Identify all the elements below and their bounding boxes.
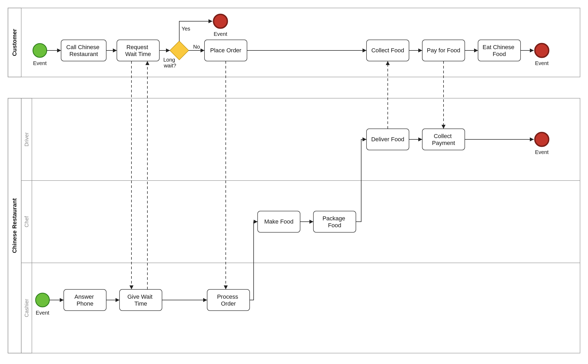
task-package-food-l2: Food [328, 222, 341, 229]
task-place-order-label: Place Order [210, 47, 241, 54]
pool-customer-title: Customer [11, 29, 18, 56]
svg-rect-21 [478, 40, 521, 61]
end-event-customer-abort[interactable]: Event [214, 14, 227, 37]
flow-process-to-make [250, 222, 258, 300]
task-deliver-food-label: Deliver Food [371, 136, 404, 143]
lane-driver-title: Driver [24, 132, 29, 147]
gateway-long-wait-l1: Long [163, 57, 175, 63]
pool-restaurant-title: Chinese Restaurant [11, 198, 18, 253]
task-call-restaurant-label-2: Restaurant [69, 51, 98, 57]
task-package-food[interactable]: Package Food Package Food [313, 211, 356, 232]
task-eat-food[interactable]: Eat Chinese Food Eat Chinese Food [478, 40, 521, 61]
svg-point-17 [214, 14, 227, 28]
svg-rect-41 [207, 289, 250, 311]
svg-rect-38 [120, 289, 162, 311]
svg-point-24 [535, 44, 549, 57]
task-process-order[interactable]: Process Order Process Order [207, 289, 250, 311]
svg-text:Answer
      Phone: Answer Phone [74, 293, 95, 307]
task-pay-food[interactable]: Pay for Food [422, 40, 465, 61]
task-place-order[interactable]: Place Order [204, 40, 247, 61]
task-answer-phone[interactable]: Answer Phone Answer Phone [64, 289, 106, 311]
task-eat-food-l2: Food [493, 51, 506, 57]
svg-text:Long
      wait?: Long wait? [163, 57, 177, 68]
svg-rect-8 [61, 40, 106, 61]
task-deliver-food[interactable]: Deliver Food [367, 129, 409, 150]
task-give-wait-l2: Time [134, 300, 147, 307]
lane-chef-title: Chef [24, 216, 29, 227]
svg-text:Collect
      Payment: Collect Payment [432, 133, 455, 146]
task-package-food-l1: Package [322, 215, 345, 222]
end-event-driver[interactable]: Event [535, 132, 549, 155]
task-collect-food-label: Collect Food [371, 47, 404, 54]
lane-cashier-title: Cashier [24, 299, 29, 317]
task-collect-food[interactable]: Collect Food [367, 40, 409, 61]
start-event-cashier[interactable]: Event [36, 293, 49, 316]
svg-point-7 [33, 44, 47, 57]
start-event-customer[interactable]: Event [33, 44, 47, 66]
task-collect-payment-l2: Payment [432, 140, 455, 146]
svg-rect-11 [117, 40, 159, 61]
task-give-wait[interactable]: Give Wait Time Give Wait Time [120, 289, 162, 311]
svg-rect-35 [64, 289, 106, 311]
svg-rect-26 [422, 129, 465, 150]
task-pay-food-label: Pay for Food [427, 47, 460, 54]
end-event-done-label: Event [535, 60, 549, 66]
task-answer-phone-l1: Answer [74, 293, 94, 300]
task-process-order-l1: Process [217, 293, 238, 300]
task-make-food[interactable]: Make Food [258, 211, 300, 232]
bpmn-diagram: Customer Chinese Restaurant Driver Chef … [0, 0, 588, 364]
svg-point-29 [535, 132, 549, 146]
task-process-order-l2: Order [221, 300, 236, 307]
gateway-long-wait-l2: wait? [164, 63, 176, 68]
task-call-restaurant-label-1: Call Chinese [66, 44, 100, 50]
end-event-abort-label: Event [214, 31, 227, 37]
task-collect-payment-l1: Collect [434, 133, 451, 139]
start-event-customer-label: Event [33, 60, 47, 66]
task-answer-phone-l2: Phone [76, 300, 93, 307]
gateway-long-wait[interactable]: Long wait? Long wait? [163, 41, 189, 68]
start-event-cashier-label: Event [36, 310, 49, 316]
task-request-wait-l2: Wait Time [125, 51, 151, 57]
gateway-yes-label: Yes [182, 26, 190, 32]
task-eat-food-l1: Eat Chinese [483, 44, 514, 50]
task-request-wait[interactable]: Request Wait Time Request Wait Time [117, 40, 159, 61]
end-event-customer-done[interactable]: Event [535, 44, 549, 66]
task-call-restaurant[interactable]: Call Chinese Restaurant Call Chinese Res… [61, 40, 106, 61]
task-give-wait-l1: Give Wait [127, 293, 153, 300]
end-event-driver-label: Event [535, 149, 549, 155]
svg-rect-31 [313, 211, 356, 232]
task-collect-payment[interactable]: Collect Payment Collect Payment [422, 129, 465, 150]
svg-text:Call Chinese
      Restaurant: Call Chinese Restaurant [66, 44, 101, 57]
gateway-no-label: No [193, 44, 200, 50]
task-make-food-label: Make Food [264, 218, 293, 225]
task-request-wait-l1: Request [126, 44, 148, 50]
svg-point-34 [36, 293, 49, 307]
svg-text:Request
      Wait Time: Request Wait Time [125, 44, 151, 57]
